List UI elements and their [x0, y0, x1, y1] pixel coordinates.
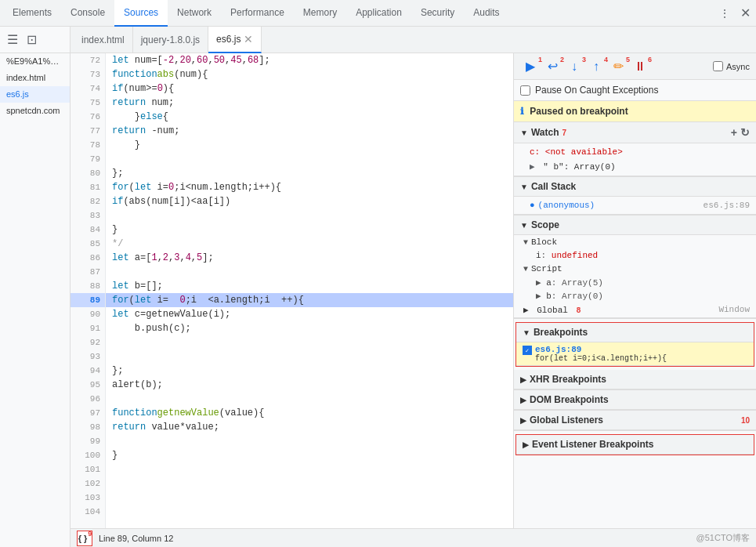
line-num-96[interactable]: 96	[71, 392, 105, 406]
code-lines: let num=[-2,20,60,50,45,68]; function ab…	[106, 53, 513, 528]
tab-memory[interactable]: Memory	[294, 0, 346, 27]
pause-caught-label: Pause On Caught Exceptions	[535, 85, 658, 96]
scope-content: ▼ Block i: undefined ▼ Script	[514, 235, 756, 318]
line-num-86[interactable]: 86	[71, 251, 105, 265]
callstack-header[interactable]: ▼ Call Stack	[514, 177, 756, 197]
resume-button[interactable]: ▶ 1	[520, 57, 541, 76]
callstack-item-anonymous[interactable]: ●(anonymous) es6.js:89	[514, 198, 756, 212]
deactivate-breakpoints-button[interactable]: ✏ 5	[608, 57, 628, 76]
global-listeners-header[interactable]: ▶ Global Listeners 10	[514, 411, 756, 430]
line-num-81[interactable]: 81	[71, 180, 105, 194]
scope-header[interactable]: ▼ Scope	[514, 216, 756, 235]
file-item-es6[interactable]: es6.js	[0, 86, 70, 103]
tab-elements[interactable]: Elements	[3, 0, 61, 27]
breakpoint-checkbox[interactable]	[523, 346, 532, 355]
watch-add-button[interactable]: +	[731, 126, 737, 139]
line-num-102[interactable]: 102	[71, 476, 105, 491]
code-area[interactable]: 72 73 74 75 76 77 78 79 80 81 82 83 84 8…	[71, 53, 513, 528]
tab-es6-close[interactable]: ✕	[244, 33, 253, 45]
code-container: 72 73 74 75 76 77 78 79 80 81 82 83 84 8…	[71, 53, 513, 528]
watch-refresh-button[interactable]: ↻	[740, 126, 750, 139]
line-num-83[interactable]: 83	[71, 208, 105, 223]
line-num-95[interactable]: 95	[71, 378, 105, 392]
line-num-100[interactable]: 100	[71, 448, 105, 462]
async-checkbox[interactable]	[713, 61, 723, 71]
line-num-80[interactable]: 80	[71, 166, 105, 180]
more-options-icon[interactable]: ⋮	[717, 5, 732, 21]
scope-global-row[interactable]: ▶ Global 8 Window	[514, 302, 756, 317]
watch-b-arrow[interactable]: ▶	[530, 162, 535, 172]
line-num-104[interactable]: 104	[71, 505, 105, 519]
line-num-82[interactable]: 82	[71, 194, 105, 208]
scope-block: ▼ Block i: undefined	[514, 235, 756, 262]
xhr-breakpoints-header[interactable]: ▶ XHR Breakpoints	[514, 370, 756, 389]
line-num-84[interactable]: 84	[71, 223, 105, 237]
line-num-87[interactable]: 87	[71, 265, 105, 279]
step-out-button[interactable]: ↑ 4	[586, 57, 606, 76]
event-listener-header[interactable]: ▶ Event Listener Breakpoints	[516, 435, 754, 455]
watch-section-header[interactable]: ▼ Watch 7 + ↻	[514, 122, 756, 143]
line-num-88[interactable]: 88	[71, 279, 105, 293]
close-devtools-icon[interactable]: ✕	[737, 5, 753, 21]
line-num-90[interactable]: 90	[71, 307, 105, 321]
status-bar: { } 9 Line 89, Column 12 @51CTO博客	[71, 528, 756, 547]
tab-audits[interactable]: Audits	[464, 0, 508, 27]
line-num-77[interactable]: 77	[71, 124, 105, 138]
format-button[interactable]: { } 9	[77, 531, 92, 546]
tab-bar-actions: ⋮ ✕	[717, 5, 753, 21]
code-line-102	[106, 476, 513, 491]
line-num-85[interactable]: 85	[71, 237, 105, 251]
step-into-button[interactable]: ↓ 3	[564, 57, 584, 76]
line-num-73[interactable]: 73	[71, 67, 105, 82]
sidebar-toggle-icon[interactable]: ☰	[5, 32, 20, 48]
line-num-92[interactable]: 92	[71, 335, 105, 350]
sidebar-panel-icon[interactable]: ⊡	[24, 32, 39, 48]
line-num-99[interactable]: 99	[71, 434, 105, 448]
breakpoints-section: ▼ Breakpoints es6.js:89 for(let i=0;i<a.…	[515, 322, 754, 367]
xhr-arrow-icon: ▶	[520, 375, 526, 384]
line-num-97[interactable]: 97	[71, 406, 105, 420]
watch-item-c: c: <not available>	[514, 145, 756, 159]
line-num-78[interactable]: 78	[71, 138, 105, 152]
code-line-83	[106, 208, 513, 223]
step-over-button[interactable]: ↩ 2	[542, 57, 562, 76]
callstack-content: ●(anonymous) es6.js:89	[514, 197, 756, 215]
scope-a-arrow-icon[interactable]: ▶	[536, 278, 541, 288]
pause-exceptions-button[interactable]: ⏸ 6	[630, 57, 650, 76]
line-num-98[interactable]: 98	[71, 420, 105, 434]
tab-index-html[interactable]: index.html	[74, 27, 133, 53]
code-line-78: }	[106, 138, 513, 152]
breakpoints-header[interactable]: ▼ Breakpoints	[516, 323, 754, 342]
line-num-76[interactable]: 76	[71, 110, 105, 124]
file-item-cdn[interactable]: spnetcdn.com	[0, 103, 70, 119]
pause-caught-checkbox[interactable]	[520, 85, 530, 96]
dom-breakpoints-header[interactable]: ▶ DOM Breakpoints	[514, 390, 756, 410]
line-num-103[interactable]: 103	[71, 491, 105, 505]
code-line-87	[106, 265, 513, 279]
tab-jquery[interactable]: jquery-1.8.0.js	[133, 27, 208, 53]
tab-es6-js[interactable]: es6.js ✕	[208, 27, 262, 53]
tab-console[interactable]: Console	[61, 0, 114, 27]
tab-application[interactable]: Application	[346, 0, 411, 27]
line-num-94[interactable]: 94	[71, 364, 105, 378]
line-num-101[interactable]: 101	[71, 462, 105, 476]
file-item-encoded[interactable]: %E9%A1%B9%BE...	[0, 53, 70, 70]
line-num-72[interactable]: 72	[71, 53, 105, 67]
tab-network[interactable]: Network	[168, 0, 221, 27]
scope-b-arrow-icon[interactable]: ▶	[536, 292, 541, 301]
line-num-75[interactable]: 75	[71, 96, 105, 110]
code-line-90: let c=getnewValue(i);	[106, 307, 513, 321]
scope-block-label: Block	[531, 237, 557, 247]
line-num-89[interactable]: 89	[71, 293, 105, 307]
tab-performance[interactable]: Performance	[221, 0, 294, 27]
tab-security[interactable]: Security	[411, 0, 464, 27]
scope-script-header[interactable]: ▼ Script	[514, 262, 756, 276]
scope-arrow-icon: ▼	[520, 221, 528, 230]
file-item-index[interactable]: index.html	[0, 70, 70, 86]
line-num-91[interactable]: 91	[71, 321, 105, 335]
line-num-93[interactable]: 93	[71, 350, 105, 364]
line-num-79[interactable]: 79	[71, 152, 105, 166]
line-num-74[interactable]: 74	[71, 82, 105, 96]
scope-block-header[interactable]: ▼ Block	[514, 235, 756, 249]
tab-sources[interactable]: Sources	[114, 0, 168, 27]
